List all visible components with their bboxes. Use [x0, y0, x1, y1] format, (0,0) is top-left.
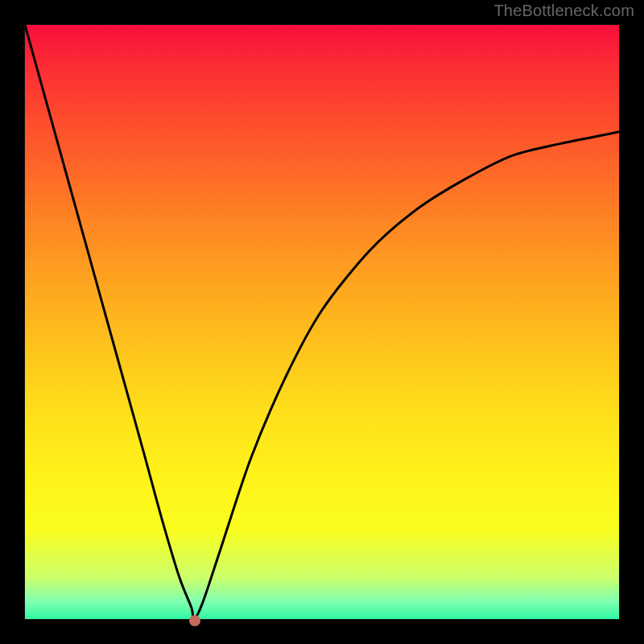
chart-root: TheBottleneck.com — [0, 0, 644, 644]
plot-area — [24, 24, 620, 620]
bottleneck-curve — [25, 25, 619, 619]
watermark-text: TheBottleneck.com — [493, 2, 634, 20]
highlight-dot — [189, 615, 200, 626]
